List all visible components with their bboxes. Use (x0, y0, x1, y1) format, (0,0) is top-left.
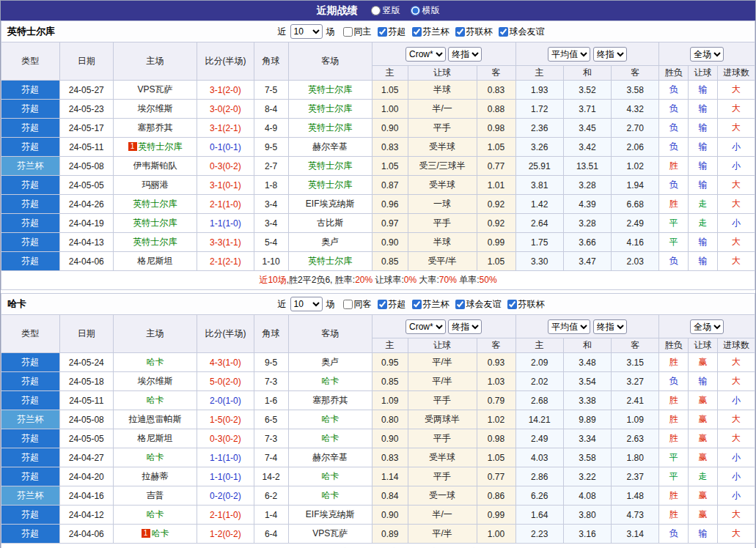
home-team-link[interactable]: 埃尔维斯 (113, 372, 197, 391)
match-score-link[interactable]: 3-0(2-0) (197, 100, 254, 119)
bookmaker-select[interactable]: Crow* (405, 319, 446, 334)
home-team-link[interactable]: 玛丽港 (113, 176, 197, 195)
match-score-link[interactable]: 0-2(0-2) (197, 486, 254, 506)
match-score-link[interactable]: 1-5(0-2) (197, 410, 254, 429)
odds-away-value: 0.88 (477, 100, 515, 119)
filter-option[interactable]: 芬联杯 (507, 298, 545, 311)
match-score-link[interactable]: 1-1(1-0) (197, 214, 254, 233)
match-score-link[interactable]: 2-1(2-1) (197, 252, 254, 271)
match-score-link[interactable]: 4-3(1-0) (197, 353, 254, 372)
home-team-link[interactable]: 哈卡 (113, 448, 197, 467)
filter-checkbox[interactable] (378, 300, 387, 309)
filter-checkbox[interactable] (378, 27, 387, 37)
filter-checkbox[interactable] (412, 300, 422, 309)
average-select[interactable]: 平均值 (548, 47, 590, 62)
match-score-link[interactable]: 2-0(1-0) (197, 391, 254, 410)
match-score-link[interactable]: 2-1(1-0) (197, 506, 254, 525)
odds-away-value: 1.01 (477, 176, 515, 195)
match-score-link[interactable]: 3-1(0-1) (197, 176, 254, 195)
filter-checkbox[interactable] (343, 300, 353, 309)
away-team-link[interactable]: 英特士尔库 (288, 119, 372, 138)
home-team-link[interactable]: 1哈卡 (113, 525, 197, 544)
filter-option[interactable]: 芬兰杯 (412, 298, 449, 311)
filter-checkbox[interactable] (343, 27, 353, 37)
home-team-link[interactable]: 拉迪恩雷帕斯 (113, 410, 197, 429)
away-team-link[interactable]: 英特士尔库 (288, 100, 372, 119)
filter-checkbox[interactable] (455, 300, 465, 309)
filter-checkbox[interactable] (507, 300, 517, 309)
away-team-link[interactable]: 哈卡 (288, 467, 372, 486)
layout-radio[interactable] (411, 6, 420, 15)
away-team-link[interactable]: 英特士尔库 (288, 252, 372, 271)
away-team-link[interactable]: 英特士尔库 (288, 176, 372, 195)
home-team-link[interactable]: 英特士尔库 (113, 214, 197, 233)
away-team-link[interactable]: VPS瓦萨 (288, 525, 372, 544)
match-score-link[interactable]: 3-1(2-0) (197, 81, 254, 100)
match-score-link[interactable]: 0-3(0-2) (197, 157, 254, 176)
filter-option[interactable]: 芬超 (378, 298, 406, 311)
final-odds-select[interactable]: 终指 (448, 47, 482, 62)
filter-option[interactable]: 芬联杯 (455, 26, 493, 38)
recent-count-select[interactable]: 10 (290, 297, 323, 311)
final-odds-select-2[interactable]: 终指 (593, 319, 627, 334)
bookmaker-select[interactable]: Crow* (405, 47, 446, 62)
match-score-link[interactable]: 3-1(2-1) (197, 119, 254, 138)
home-team-link[interactable]: 格尼斯坦 (113, 429, 197, 448)
avg-away-value: 1.94 (612, 176, 659, 195)
result-wdl-value: 胜 (659, 410, 689, 429)
home-team-link[interactable]: 哈卡 (113, 391, 197, 410)
filter-checkbox[interactable] (412, 27, 422, 37)
filter-option[interactable]: 同主 (343, 26, 372, 38)
average-select[interactable]: 平均值 (548, 319, 590, 334)
away-team-link[interactable]: 赫尔辛基 (288, 448, 372, 467)
home-team-link[interactable]: 伊韦斯铂队 (113, 157, 197, 176)
layout-radio[interactable] (371, 6, 381, 15)
away-team-link[interactable]: 哈卡 (288, 429, 372, 448)
full-match-select[interactable]: 全场 (690, 319, 724, 334)
home-team-link[interactable]: 英特士尔库 (113, 195, 197, 214)
filter-option[interactable]: 球会友谊 (455, 298, 502, 311)
filter-checkbox[interactable] (455, 27, 465, 37)
filter-option[interactable]: 芬超 (378, 26, 406, 38)
away-team-link[interactable]: 奥卢 (288, 233, 372, 252)
layout-option-1[interactable]: 竖版 (371, 4, 400, 17)
away-team-link[interactable]: 英特士尔库 (288, 157, 372, 176)
match-score-link[interactable]: 3-3(1-1) (197, 233, 254, 252)
filter-option[interactable]: 同客 (343, 298, 372, 311)
away-team-link[interactable]: 奥卢 (288, 353, 372, 372)
away-team-link[interactable]: 哈卡 (288, 486, 372, 506)
home-team-link[interactable]: 哈卡 (113, 506, 197, 525)
match-score-link[interactable]: 0-3(0-2) (197, 429, 254, 448)
match-score-link[interactable]: 0-1(0-1) (197, 138, 254, 157)
away-team-link[interactable]: 赫尔辛基 (288, 138, 372, 157)
filter-option[interactable]: 球会友谊 (499, 26, 545, 38)
final-odds-select[interactable]: 终指 (448, 319, 482, 334)
match-score-link[interactable]: 2-1(1-0) (197, 195, 254, 214)
layout-option-2[interactable]: 横版 (411, 4, 440, 17)
filter-option[interactable]: 芬兰杯 (412, 26, 449, 38)
away-team-link[interactable]: 英特士尔库 (288, 81, 372, 100)
match-score-link[interactable]: 1-1(0-1) (197, 467, 254, 486)
home-team-link[interactable]: VPS瓦萨 (113, 81, 197, 100)
match-score-link[interactable]: 1-2(0-2) (197, 525, 254, 544)
away-team-link[interactable]: EIF埃克纳斯 (288, 506, 372, 525)
away-team-link[interactable]: EIF埃克纳斯 (288, 195, 372, 214)
match-score-link[interactable]: 1-1(1-0) (197, 448, 254, 467)
home-team-link[interactable]: 吉普 (113, 486, 197, 506)
away-team-link[interactable]: 塞那乔其 (288, 391, 372, 410)
match-score-link[interactable]: 5-0(2-0) (197, 372, 254, 391)
final-odds-select-2[interactable]: 终指 (593, 47, 627, 62)
away-team-link[interactable]: 哈卡 (288, 410, 372, 429)
home-team-link[interactable]: 埃尔维斯 (113, 100, 197, 119)
home-team-link[interactable]: 拉赫蒂 (113, 467, 197, 486)
home-team-link[interactable]: 1英特士尔库 (113, 138, 197, 157)
away-team-link[interactable]: 古比斯 (288, 214, 372, 233)
away-team-link[interactable]: 哈卡 (288, 372, 372, 391)
full-match-select[interactable]: 全场 (690, 47, 724, 62)
home-team-link[interactable]: 哈卡 (113, 353, 197, 372)
home-team-link[interactable]: 英特士尔库 (113, 233, 197, 252)
recent-count-select[interactable]: 10 (290, 24, 323, 39)
home-team-link[interactable]: 塞那乔其 (113, 119, 197, 138)
home-team-link[interactable]: 格尼斯坦 (113, 252, 197, 271)
filter-checkbox[interactable] (499, 27, 508, 37)
